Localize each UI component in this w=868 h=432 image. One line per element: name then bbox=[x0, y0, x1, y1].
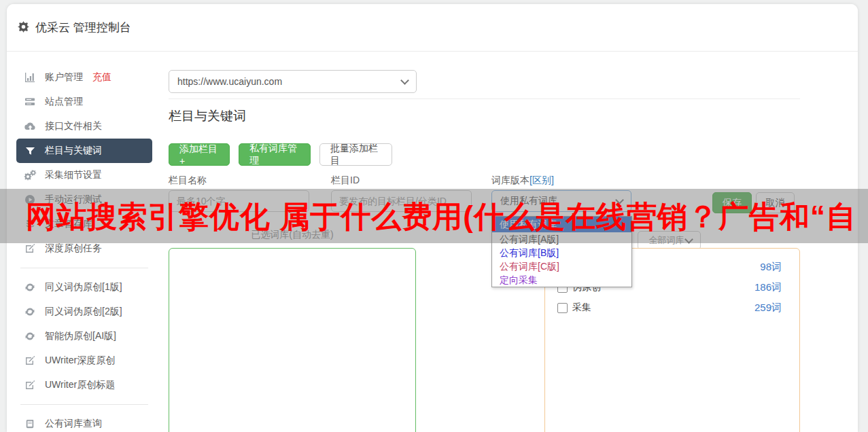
edit-icon bbox=[23, 355, 37, 366]
lexicon-word-count: 186词 bbox=[754, 281, 782, 294]
lexicon-version-label: 词库版本[区别] bbox=[491, 175, 554, 187]
sidebar-item-2[interactable]: 接口文件相关 bbox=[16, 114, 152, 139]
edit-icon bbox=[23, 380, 37, 391]
sidebar-item-label: 智能伪原创[AI版] bbox=[45, 330, 116, 342]
sidebar-item-15[interactable]: 公有词库查询 bbox=[16, 412, 152, 432]
app-title: 优采云 管理控制台 bbox=[35, 4, 131, 51]
sidebar-item-10[interactable]: 同义词伪原创[2版] bbox=[16, 300, 152, 324]
sidebar-item-12[interactable]: UWriter深度原创 bbox=[16, 348, 152, 373]
dropdown-option-2[interactable]: 公有词库[B版] bbox=[492, 246, 631, 259]
sidebar-item-1[interactable]: 站点管理 bbox=[16, 90, 152, 114]
refresh-icon bbox=[23, 306, 37, 317]
cloud-upload-icon bbox=[23, 121, 37, 132]
server-icon bbox=[23, 96, 37, 107]
sidebar-item-label: 接口文件相关 bbox=[45, 120, 102, 132]
selected-lexicon-box[interactable] bbox=[169, 248, 416, 432]
gears-icon bbox=[23, 170, 37, 181]
sidebar-divider bbox=[20, 404, 148, 405]
lexicon-row-label: 采集 bbox=[572, 302, 591, 314]
sidebar-item-3[interactable]: 栏目与关键词 bbox=[16, 139, 152, 163]
book-icon bbox=[23, 418, 37, 429]
sidebar-item-label: 站点管理 bbox=[45, 96, 83, 108]
sidebar-divider bbox=[20, 268, 148, 268]
sidebar-item-label: 栏目与关键词 bbox=[45, 145, 102, 157]
page-title: 栏目与关键词 bbox=[169, 107, 246, 125]
refresh-icon bbox=[23, 331, 37, 342]
sidebar-item-label: UWriter深度原创 bbox=[45, 355, 115, 367]
sidebar-item-label: 同义词伪原创[2版] bbox=[45, 306, 122, 318]
site-select-value: https://www.ucaiyun.com bbox=[177, 76, 282, 87]
site-select[interactable]: https://www.ucaiyun.com bbox=[169, 70, 417, 93]
column-id-label: 栏目ID bbox=[331, 175, 360, 187]
sidebar-item-label: UWriter原创标题 bbox=[45, 379, 115, 391]
sidebar-item-label: 公有词库查询 bbox=[45, 418, 102, 430]
sidebar-item-11[interactable]: 智能伪原创[AI版] bbox=[16, 324, 152, 348]
sidebar: 账户管理充值站点管理接口文件相关栏目与关键词采集细节设置手动运行测试文章暂存库深… bbox=[16, 65, 152, 432]
version-diff-link[interactable]: [区别] bbox=[530, 175, 554, 185]
sidebar-item-label: 同义词伪原创[1版] bbox=[45, 281, 122, 293]
lexicon-row-2: 采集259词 bbox=[557, 300, 782, 315]
sidebar-item-label: 账户管理 bbox=[45, 71, 83, 84]
dropdown-option-3[interactable]: 公有词库[C版] bbox=[492, 259, 631, 273]
recharge-badge[interactable]: 充值 bbox=[92, 71, 111, 84]
lexicon-word-count: 259词 bbox=[754, 302, 782, 314]
sidebar-item-4[interactable]: 采集细节设置 bbox=[16, 163, 152, 187]
sidebar-item-0[interactable]: 账户管理充值 bbox=[16, 65, 152, 90]
checkbox[interactable] bbox=[557, 303, 568, 313]
column-name-label: 栏目名称 bbox=[169, 175, 207, 187]
bar-chart-icon bbox=[23, 72, 37, 83]
edit-icon bbox=[23, 243, 37, 254]
overlay-text: 网站搜索引擎优化 属于什么费用(什么是在线营销？广告和“自 bbox=[26, 189, 856, 245]
private-lexicon-button[interactable]: 私有词库管理 bbox=[239, 143, 311, 166]
sidebar-item-13[interactable]: UWriter原创标题 bbox=[16, 373, 152, 397]
funnel-icon bbox=[23, 145, 37, 156]
lexicon-word-count: 98词 bbox=[760, 261, 782, 274]
sidebar-item-9[interactable]: 同义词伪原创[1版] bbox=[16, 275, 152, 300]
refresh-icon bbox=[23, 282, 37, 293]
sidebar-item-label: 采集细节设置 bbox=[45, 169, 102, 181]
dropdown-option-4[interactable]: 定向采集 bbox=[492, 273, 631, 287]
header: 优采云 管理控制台 bbox=[7, 4, 858, 52]
chevron-down-icon bbox=[400, 76, 409, 85]
gear-icon bbox=[18, 21, 29, 33]
overlay-banner: 网站搜索引擎优化 属于什么费用(什么是在线营销？广告和“自 bbox=[0, 189, 868, 243]
add-column-button[interactable]: 添加栏目 + bbox=[169, 143, 230, 166]
bulk-add-button[interactable]: 批量添加栏目 bbox=[319, 143, 392, 166]
divider bbox=[169, 98, 800, 99]
